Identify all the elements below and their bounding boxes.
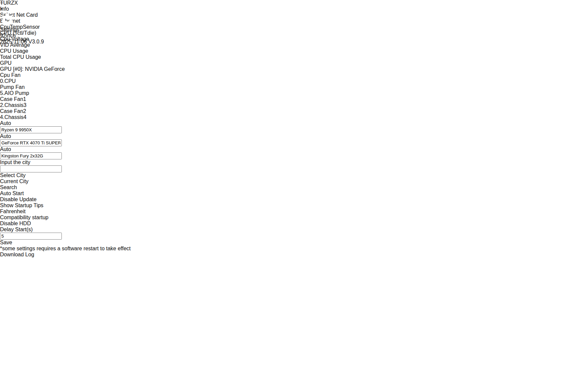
sidebar: TURZX Info Settings 92inch 2025-11-06 V3… — [0, 0, 117, 392]
sidebar-item-info[interactable]: Info — [0, 6, 117, 12]
app-logo: TURZX — [0, 0, 117, 6]
sidebar-item-label: Info — [0, 6, 9, 12]
version-label: 2025-11-06 V3.0.9 — [0, 39, 117, 45]
app-window: TURZX Info Settings 92inch 2025-11-06 V3… — [0, 0, 563, 392]
sidebar-item-label: Settings — [0, 27, 19, 32]
screen-size-label: 92inch — [0, 33, 117, 39]
gear-icon — [0, 12, 117, 27]
sidebar-item-settings[interactable]: Settings — [0, 12, 117, 33]
